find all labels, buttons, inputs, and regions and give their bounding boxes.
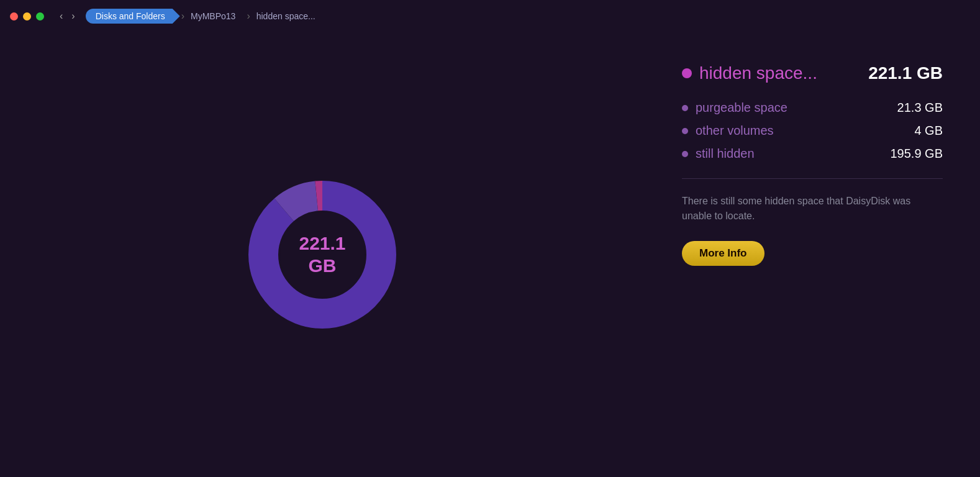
navigation-arrows: ‹ › xyxy=(57,9,78,23)
forward-button[interactable]: › xyxy=(68,9,78,23)
breadcrumb-disks-folders[interactable]: Disks and Folders xyxy=(86,9,180,24)
row-label-other-volumes: other volumes xyxy=(696,124,774,138)
info-panel: hidden space... 221.1 GB purgeable space… xyxy=(645,32,980,477)
chart-area: 221.1 GB xyxy=(0,32,645,477)
minimize-button[interactable] xyxy=(23,12,31,20)
info-divider xyxy=(682,178,943,179)
donut-svg xyxy=(235,168,409,342)
info-row-purgeable: purgeable space 21.3 GB xyxy=(682,101,943,115)
row-dot-other-volumes xyxy=(682,128,688,134)
info-description: There is still some hidden space that Da… xyxy=(682,194,943,224)
breadcrumb-mymb[interactable]: MyMBPo13 xyxy=(186,9,245,24)
row-size-other-volumes: 4 GB xyxy=(914,124,943,138)
close-button[interactable] xyxy=(10,12,18,20)
maximize-button[interactable] xyxy=(36,12,44,20)
row-label-still-hidden: still hidden xyxy=(696,147,755,161)
info-rows: purgeable space 21.3 GB other volumes 4 … xyxy=(682,101,943,161)
info-row-still-hidden: still hidden 195.9 GB xyxy=(682,147,943,161)
breadcrumb-hidden-space[interactable]: hidden space... xyxy=(252,9,325,24)
titlebar: ‹ › Disks and Folders › MyMBPo13 › hidde… xyxy=(0,0,980,32)
title-dot-icon xyxy=(682,68,692,78)
info-title-row: hidden space... 221.1 GB xyxy=(682,63,943,83)
donut-inner xyxy=(280,212,365,297)
breadcrumb-sep-1: › xyxy=(181,11,184,22)
row-size-still-hidden: 195.9 GB xyxy=(890,147,943,161)
row-dot-purgeable xyxy=(682,105,688,111)
main-content: 221.1 GB hidden space... 221.1 GB purgea… xyxy=(0,32,980,477)
breadcrumb: Disks and Folders › MyMBPo13 › hidden sp… xyxy=(86,9,325,24)
breadcrumb-sep-2: › xyxy=(247,11,250,22)
info-title-size: 221.1 GB xyxy=(868,63,943,83)
row-dot-still-hidden xyxy=(682,151,688,157)
row-label-purgeable: purgeable space xyxy=(696,101,787,115)
info-row-other-volumes: other volumes 4 GB xyxy=(682,124,943,138)
row-size-purgeable: 21.3 GB xyxy=(897,101,943,115)
info-title-left: hidden space... xyxy=(682,63,817,83)
more-info-button[interactable]: More Info xyxy=(682,241,764,266)
window-controls xyxy=(10,12,44,20)
back-button[interactable]: ‹ xyxy=(57,9,66,23)
info-title-name: hidden space... xyxy=(699,63,817,83)
donut-chart: 221.1 GB xyxy=(235,168,409,342)
